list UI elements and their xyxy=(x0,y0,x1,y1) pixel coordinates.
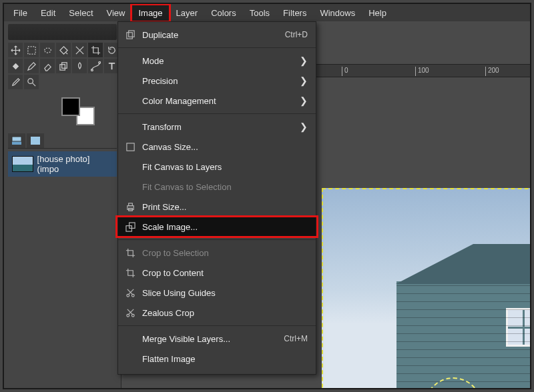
slice-icon xyxy=(125,307,136,318)
menu-layer[interactable]: Layer xyxy=(170,5,205,21)
chevron-right-icon: ❯ xyxy=(300,55,308,66)
svg-rect-2 xyxy=(61,62,67,67)
color-swatch[interactable] xyxy=(61,97,95,125)
smudge-tool[interactable] xyxy=(72,59,87,73)
svg-rect-9 xyxy=(126,32,131,38)
paths-tool[interactable] xyxy=(88,59,103,73)
shortcut-label: Ctrl+M xyxy=(284,334,308,343)
text-tool[interactable] xyxy=(104,59,119,73)
canvas-selection-border xyxy=(322,188,531,389)
rotate-tool[interactable] xyxy=(104,43,119,57)
menu-scale-image[interactable]: Scale Image... xyxy=(118,217,316,237)
menu-help[interactable]: Help xyxy=(362,5,393,21)
bucket-fill-tool[interactable] xyxy=(8,59,23,73)
menu-flatten[interactable]: Flatten Image xyxy=(118,349,316,369)
svg-rect-0 xyxy=(27,46,35,53)
duplicate-icon xyxy=(125,29,136,40)
fuzzy-select-tool[interactable] xyxy=(56,43,71,57)
rect-select-tool[interactable] xyxy=(24,43,39,57)
canvas-image xyxy=(322,188,531,389)
move-tool[interactable] xyxy=(8,43,23,57)
menu-fit-canvas-selection: Fit Canvas to Selection xyxy=(118,177,316,197)
menu-colors[interactable]: Colors xyxy=(204,5,243,21)
menu-slice-guides[interactable]: Slice Using Guides xyxy=(118,283,316,303)
toolbox-panel: [house photo] (impo xyxy=(4,21,121,388)
clone-tool[interactable] xyxy=(56,59,71,73)
menu-merge-visible[interactable]: Merge Visible Layers... Ctrl+M xyxy=(118,329,316,349)
menu-windows[interactable]: Windows xyxy=(313,5,362,21)
channels-tab[interactable] xyxy=(27,133,44,148)
menu-precision[interactable]: Precision❯ xyxy=(118,71,316,91)
crop-icon xyxy=(125,247,136,258)
menu-transform[interactable]: Transform❯ xyxy=(118,117,316,137)
ruler-tick: 0 xyxy=(342,67,348,76)
layer-thumbnail xyxy=(12,156,33,172)
menu-crop-content[interactable]: Crop to Content xyxy=(118,263,316,283)
menu-fit-canvas-layers[interactable]: Fit Canvas to Layers xyxy=(118,157,316,177)
menu-color-management[interactable]: Color Management❯ xyxy=(118,91,316,111)
active-layer-row[interactable]: [house photo] (impo xyxy=(8,151,117,177)
slice-icon xyxy=(125,287,136,298)
svg-point-19 xyxy=(126,314,129,317)
menu-tools[interactable]: Tools xyxy=(243,5,276,21)
svg-rect-7 xyxy=(12,137,21,141)
zoom-tool[interactable] xyxy=(24,75,39,89)
eraser-tool[interactable] xyxy=(40,59,55,73)
dock-tabs xyxy=(8,133,117,149)
svg-rect-13 xyxy=(128,203,132,205)
tool-grid xyxy=(8,43,117,89)
menu-crop-selection: Crop to Selection xyxy=(118,243,316,263)
menu-select[interactable]: Select xyxy=(62,5,99,21)
crop-tool[interactable] xyxy=(88,43,103,57)
menu-canvas-size[interactable]: Canvas Size... xyxy=(118,137,316,157)
ruler-tick: 100 xyxy=(415,67,429,76)
scale-icon xyxy=(125,221,136,232)
ruler-tick: 200 xyxy=(485,67,499,76)
svg-point-20 xyxy=(131,314,134,317)
free-select-tool[interactable] xyxy=(40,43,55,57)
menu-zealous-crop[interactable]: Zealous Crop xyxy=(118,303,316,323)
shortcut-label: Ctrl+D xyxy=(285,30,308,39)
svg-rect-1 xyxy=(59,64,65,69)
svg-rect-8 xyxy=(31,137,40,145)
svg-point-17 xyxy=(126,294,129,297)
svg-point-5 xyxy=(27,78,33,83)
menubar: File Edit Select View Image Layer Colors… xyxy=(4,4,530,21)
layer-name: [house photo] (impo xyxy=(37,154,113,174)
menu-edit[interactable]: Edit xyxy=(34,5,62,21)
menu-duplicate[interactable]: Duplicate Ctrl+D xyxy=(118,25,316,45)
foreground-color[interactable] xyxy=(61,97,80,116)
print-icon xyxy=(125,201,136,212)
menu-filters[interactable]: Filters xyxy=(276,5,313,21)
scissors-tool[interactable] xyxy=(72,43,87,57)
svg-point-18 xyxy=(131,294,134,297)
menu-view[interactable]: View xyxy=(100,5,132,21)
canvas-size-icon xyxy=(125,141,136,152)
color-picker-tool[interactable] xyxy=(8,75,23,89)
layers-tab[interactable] xyxy=(8,133,25,148)
svg-rect-10 xyxy=(128,30,134,36)
pencil-tool[interactable] xyxy=(24,59,39,73)
chevron-right-icon: ❯ xyxy=(300,95,308,106)
menu-file[interactable]: File xyxy=(7,5,34,21)
menu-image[interactable]: Image xyxy=(131,5,169,21)
svg-rect-11 xyxy=(126,143,134,150)
menu-print-size[interactable]: Print Size... xyxy=(118,197,316,217)
menu-mode[interactable]: Mode❯ xyxy=(118,51,316,71)
crop-icon xyxy=(125,267,136,278)
chevron-right-icon: ❯ xyxy=(300,75,308,86)
image-menu-dropdown: Duplicate Ctrl+D Mode❯ Precision❯ Color … xyxy=(117,21,316,375)
toolbox-header xyxy=(8,24,117,40)
chevron-right-icon: ❯ xyxy=(300,121,308,132)
